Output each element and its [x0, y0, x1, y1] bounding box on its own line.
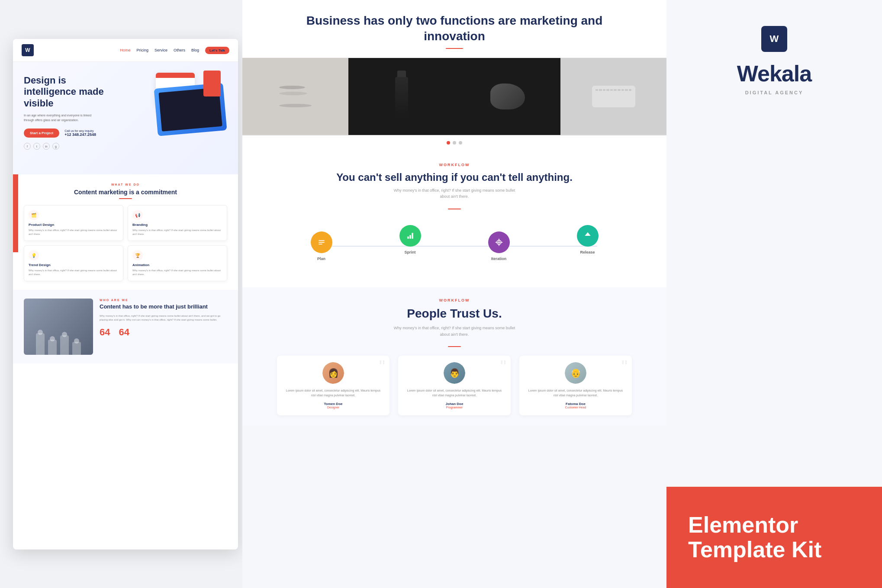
service-desc: Why money's in that office, right? If sh…	[29, 228, 119, 236]
workflow-subtitle: Why money's in that office, right? If sh…	[389, 187, 519, 200]
photo-rock	[454, 58, 560, 135]
who-desc: Why money's in that office, right? If sh…	[100, 314, 227, 322]
hero-cta-button[interactable]: Start a Project	[24, 129, 59, 138]
who-label: WHO ARE WE	[100, 299, 227, 302]
sprint-label: Sprint	[405, 250, 416, 254]
workflow-step-release: Release	[543, 225, 632, 254]
right-panel: W Wekala DIGITAL AGENCY Elementor Templa…	[666, 0, 882, 588]
facebook-icon[interactable]: f	[24, 143, 31, 150]
avatar-3: 👴	[565, 362, 586, 384]
nav-link-service[interactable]: Service	[155, 48, 167, 52]
trust-title: People Trust Us.	[277, 306, 632, 321]
trust-label: WORKFLOW	[277, 298, 632, 302]
dot-2[interactable]	[453, 141, 456, 145]
section-divider	[119, 198, 132, 199]
avatar-image-2: 👨	[444, 362, 465, 384]
photo-bowl	[242, 58, 348, 135]
photo-strip	[242, 58, 666, 136]
release-circle	[577, 225, 599, 247]
nav-bar: W Home Pricing Service Others Blog Let's…	[13, 39, 238, 62]
dot-3[interactable]	[459, 141, 462, 145]
service-desc: Why money's in that office, right? If sh…	[132, 228, 222, 236]
svg-rect-3	[407, 236, 409, 238]
who-we-are-section: WHO ARE WE Content has to be more that j…	[13, 290, 238, 363]
stats-row: 64 64	[100, 327, 227, 338]
google-icon[interactable]: g	[52, 143, 59, 150]
brand-logo-box: W	[761, 26, 787, 52]
brand-name: Wekala	[737, 61, 811, 87]
bowl-3	[279, 98, 309, 101]
workflow-section: WORKFLOW You can't sell anything if you …	[242, 150, 666, 287]
iteration-circle	[488, 231, 510, 253]
stat-1-num: 64	[100, 327, 110, 338]
nav-link-pricing[interactable]: Pricing	[136, 48, 148, 52]
photo-bottle	[348, 58, 454, 135]
testimonial-name-1: Tomen Doe	[283, 402, 383, 406]
svg-rect-1	[319, 242, 324, 243]
sprint-circle	[399, 225, 421, 247]
branding-icon: 📢	[132, 210, 143, 220]
what-we-do-section: WHAT WE DO Content marketing is a commit…	[13, 174, 238, 290]
workflow-label: WORKFLOW	[277, 163, 632, 167]
person-3	[59, 332, 70, 355]
nav-logo: W	[22, 44, 34, 56]
service-card-branding: 📢 Branding Why money's in that office, r…	[128, 205, 227, 241]
slider-dots	[242, 136, 666, 150]
hero-subtitle: In an age where everything and everyone …	[24, 113, 102, 122]
banner-title: Business has only two functions are mark…	[277, 13, 632, 45]
testimonial-role-2: Programmer	[405, 406, 504, 409]
service-card-product-design: 🗂️ Product Design Why money's in that of…	[24, 205, 123, 241]
services-grid: 🗂️ Product Design Why money's in that of…	[24, 205, 227, 281]
svg-rect-2	[319, 244, 322, 244]
testimonial-1: " 👩 Lorem ipsum dolor sit amet, consecte…	[277, 356, 389, 415]
animation-icon: 🏆	[132, 250, 143, 260]
stat-2: 64	[119, 327, 129, 338]
testimonial-text-1: Lorem ipsum dolor sit amet, consectetur …	[283, 388, 383, 398]
testimonial-name-3: Fatoma Doe	[526, 402, 625, 406]
service-desc: Why money's in that office, right? If sh…	[132, 269, 222, 276]
instagram-icon[interactable]: in	[43, 143, 50, 150]
nav-cta-button[interactable]: Let's Talk	[205, 47, 229, 54]
elementor-section: Elementor Template Kit	[666, 487, 882, 588]
who-we-are-image	[24, 299, 93, 355]
avatar-image-1: 👩	[322, 362, 344, 384]
elementor-title: Elementor Template Kit	[688, 513, 860, 562]
person-4	[71, 338, 82, 355]
trust-divider	[448, 346, 461, 347]
nav-link-home[interactable]: Home	[120, 48, 130, 52]
what-we-do-label: WHAT WE DO	[24, 183, 227, 186]
office-image	[24, 299, 93, 355]
people-silhouette	[24, 299, 93, 355]
svg-rect-0	[319, 240, 324, 241]
twitter-icon[interactable]: t	[33, 143, 40, 150]
quote-mark-1: "	[379, 358, 385, 375]
iteration-label: Iteration	[491, 257, 507, 261]
bowl-1	[279, 86, 305, 89]
quote-mark-2: "	[500, 358, 506, 375]
brand-tagline: DIGITAL AGENCY	[745, 90, 804, 95]
dot-1[interactable]	[447, 141, 450, 145]
service-title: Product Design	[29, 223, 119, 227]
quote-mark-3: "	[621, 358, 628, 375]
testimonial-text-2: Lorem ipsum dolor sit amet, consectetur …	[405, 388, 504, 398]
nav-link-blog[interactable]: Blog	[191, 48, 199, 52]
bowl-4	[279, 104, 312, 107]
trust-subtitle: Why money's in that office, right? If sh…	[389, 325, 519, 337]
banner-divider	[446, 48, 463, 49]
workflow-step-sprint: Sprint	[366, 225, 454, 254]
svg-rect-5	[412, 233, 413, 238]
top-banner: Business has only two functions are mark…	[242, 0, 666, 58]
person-1	[35, 330, 45, 355]
hero-section: Design is intelligence made visible In a…	[13, 62, 238, 174]
plan-circle	[311, 231, 332, 253]
service-card-animation: 🏆 Animation Why money's in that office, …	[128, 245, 227, 281]
nav-link-others[interactable]: Others	[174, 48, 185, 52]
testimonial-name-2: Johan Doe	[405, 402, 504, 406]
trend-icon: 💡	[29, 250, 39, 260]
brand-section: W Wekala DIGITAL AGENCY	[666, 0, 882, 487]
who-title: Content has to be more that just brillia…	[100, 303, 227, 311]
testimonials-row: " 👩 Lorem ipsum dolor sit amet, consecte…	[277, 356, 632, 415]
workflow-title: You can't sell anything if you can't tel…	[277, 170, 632, 184]
website-preview-left: W Home Pricing Service Others Blog Let's…	[13, 39, 238, 549]
nav-links: Home Pricing Service Others Blog Let's T…	[120, 47, 229, 54]
